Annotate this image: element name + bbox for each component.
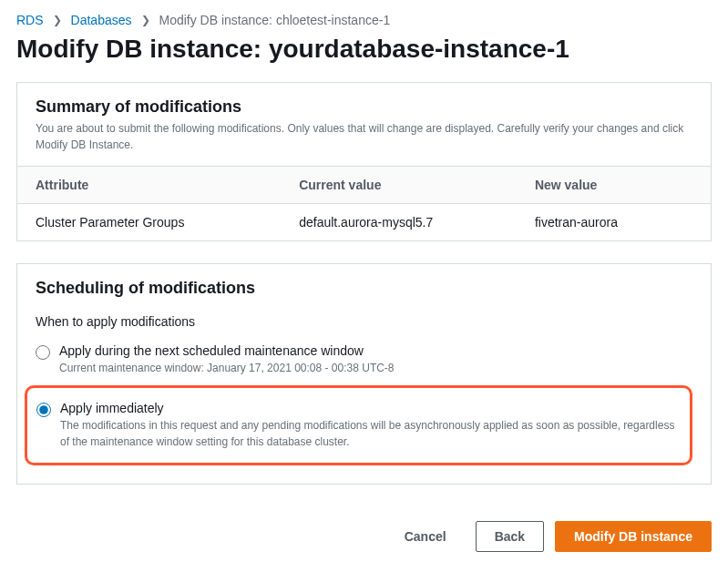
summary-panel: Summary of modifications You are about t… (16, 82, 712, 241)
scheduling-panel: Scheduling of modifications When to appl… (16, 263, 712, 485)
option-immediate-label: Apply immediately (60, 401, 681, 415)
breadcrumb-current: Modify DB instance: chloetest-instance-1 (159, 13, 391, 27)
back-button[interactable]: Back (476, 521, 544, 552)
breadcrumb: RDS ❯ Databases ❯ Modify DB instance: ch… (16, 13, 712, 27)
page-title: Modify DB instance: yourdatabase-instanc… (16, 35, 712, 64)
radio-scheduled[interactable] (36, 345, 50, 360)
modify-db-instance-button[interactable]: Modify DB instance (555, 521, 712, 552)
action-bar: Cancel Back Modify DB instance (16, 506, 712, 552)
option-scheduled-sub: Current maintenance window: January 17, … (59, 360, 692, 376)
summary-desc: You are about to submit the following mo… (36, 120, 692, 153)
option-apply-immediately[interactable]: Apply immediately The modifications in t… (36, 395, 681, 455)
table-row: Cluster Parameter Groups default.aurora-… (17, 204, 711, 241)
schedule-question: When to apply modifications (36, 314, 692, 329)
cell-current: default.aurora-mysql5.7 (281, 204, 517, 241)
col-new-value: New value (517, 167, 711, 204)
cancel-button[interactable]: Cancel (386, 522, 465, 551)
chevron-right-icon: ❯ (141, 14, 150, 26)
cell-new: fivetran-aurora (517, 204, 711, 241)
chevron-right-icon: ❯ (53, 14, 62, 26)
col-current-value: Current value (281, 167, 517, 204)
scheduling-title: Scheduling of modifications (36, 279, 692, 298)
radio-immediate[interactable] (36, 403, 51, 417)
breadcrumb-databases[interactable]: Databases (71, 13, 132, 27)
option-scheduled-maintenance[interactable]: Apply during the next scheduled maintena… (36, 338, 692, 382)
summary-title: Summary of modifications (36, 97, 692, 117)
summary-table: Attribute Current value New value Cluste… (17, 166, 711, 240)
cell-attribute: Cluster Parameter Groups (17, 204, 281, 241)
col-attribute: Attribute (17, 167, 281, 204)
option-immediate-sub: The modifications in this request and an… (60, 417, 681, 450)
highlight-annotation: Apply immediately The modifications in t… (25, 385, 692, 465)
option-scheduled-label: Apply during the next scheduled maintena… (59, 343, 692, 358)
breadcrumb-rds[interactable]: RDS (16, 13, 44, 27)
